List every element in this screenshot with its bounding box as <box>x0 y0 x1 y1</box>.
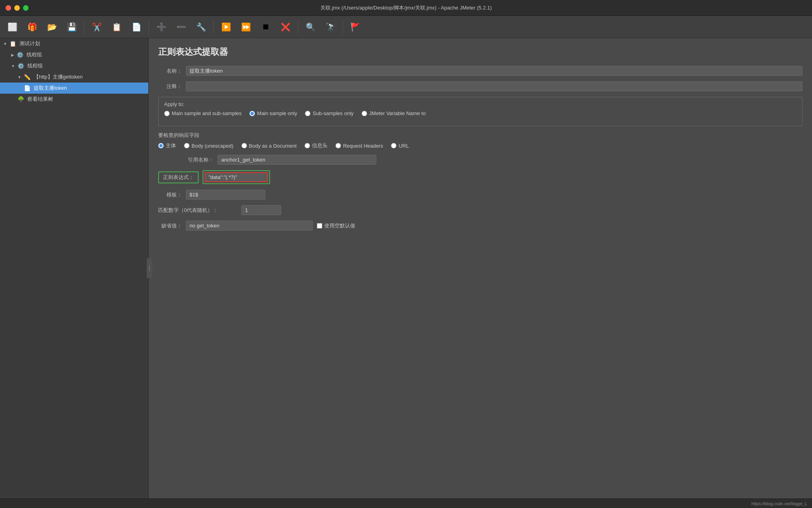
search-button[interactable]: 🔭 <box>321 19 339 35</box>
sidebar-item-http-request[interactable]: ▼ ✏️ 【http】主播gettoken <box>0 71 148 83</box>
sidebar-item-thread-group-2[interactable]: ▼ ⚙️ 线程组 <box>0 60 148 71</box>
main-layout: ▼ 📋 测试计划 ▶ ⚙️ 线程组 ▼ ⚙️ 线程组 ▼ ✏️ 【http】主播… <box>0 38 812 498</box>
apply-to-radio-group: Main sample and sub-samples Main sample … <box>164 110 797 116</box>
radio-main-only[interactable]: Main sample only <box>249 110 297 116</box>
response-radio-group: 主体 Body (unescaped) Body as a Document 信… <box>158 142 802 149</box>
ref-name-input[interactable] <box>218 155 376 165</box>
radio-body-as-doc[interactable]: Body as a Document <box>241 143 297 149</box>
radio-label-jmeter-var: JMeter Variable Name to <box>369 110 426 116</box>
name-label: 名称： <box>158 67 182 75</box>
sidebar-item-label: 测试计划 <box>19 40 40 47</box>
stop-button[interactable]: ⏹ <box>257 19 275 35</box>
clear-button[interactable]: 🔍 <box>301 19 320 35</box>
radio-input-body-unescaped[interactable] <box>184 143 190 148</box>
open-button[interactable]: 📂 <box>43 19 61 35</box>
start-no-pauses-button[interactable]: ⏩ <box>237 19 255 35</box>
statusbar: https://blog.csdn.net/bigge_L <box>0 498 812 508</box>
radio-input-jmeter-var[interactable] <box>362 111 367 116</box>
ref-name-row: 引用名称： <box>158 155 802 165</box>
name-row: 名称： <box>158 66 802 76</box>
sidebar: ▼ 📋 测试计划 ▶ ⚙️ 线程组 ▼ ⚙️ 线程组 ▼ ✏️ 【http】主播… <box>0 38 149 498</box>
toolbar-separator-1 <box>84 20 84 34</box>
apply-to-section: Apply to: Main sample and sub-samples Ma… <box>158 97 802 126</box>
default-row: 缺省值： 使用空默认值 <box>158 221 802 231</box>
sidebar-item-test-plan[interactable]: ▼ 📋 测试计划 <box>0 38 148 49</box>
use-empty-checkbox-input[interactable] <box>317 223 322 229</box>
paste-button[interactable]: 📄 <box>127 19 146 35</box>
remove-button[interactable]: ➖ <box>172 19 190 35</box>
radio-label-main-only: Main sample only <box>257 110 297 116</box>
response-field-label: 要检查的响应字段 <box>158 132 802 139</box>
radio-label-body-unescaped: Body (unescaped) <box>192 143 234 149</box>
radio-label-sub-only: Sub-samples only <box>312 110 353 116</box>
regex-value[interactable]: "data":"(.*?)" <box>205 172 268 182</box>
result-tree-icon: 🌳 <box>17 96 24 102</box>
save-button[interactable]: 💾 <box>63 19 81 35</box>
radio-input-main-only[interactable] <box>249 111 255 116</box>
close-button[interactable] <box>6 5 11 11</box>
ref-name-label: 引用名称： <box>158 156 214 164</box>
toolbar-separator-4 <box>298 20 298 34</box>
regex-input-container: "data":"(.*?)" <box>203 170 270 184</box>
comment-label: 注释： <box>158 83 182 90</box>
radio-label-info: 信息头 <box>312 142 327 149</box>
toggle-button[interactable]: 🔧 <box>192 19 210 35</box>
radio-input-request-headers[interactable] <box>335 143 341 148</box>
cut-button[interactable]: ✂️ <box>88 19 106 35</box>
comment-row: 注释： <box>158 81 802 91</box>
titlebar: 关联.jmx (/Users/apple/Desktop/脚本/jmx/关联.j… <box>0 0 812 16</box>
radio-input-body[interactable] <box>158 143 164 148</box>
radio-input-info[interactable] <box>304 143 310 148</box>
new-button[interactable]: ⬜ <box>3 19 21 35</box>
radio-input-body-as-doc[interactable] <box>241 143 247 148</box>
comment-input[interactable] <box>186 81 802 91</box>
radio-jmeter-var[interactable]: JMeter Variable Name to <box>362 110 426 116</box>
radio-url[interactable]: URL <box>391 143 409 149</box>
copy-button[interactable]: 📋 <box>107 19 126 35</box>
sidebar-item-label: 【http】主播gettoken <box>34 73 83 81</box>
expand-arrow: ▼ <box>17 75 21 79</box>
radio-main-sub[interactable]: Main sample and sub-samples <box>164 110 241 116</box>
default-label: 缺省值： <box>158 222 182 229</box>
sidebar-item-label: 察看结果树 <box>27 96 53 103</box>
shutdown-button[interactable]: ❌ <box>276 19 295 35</box>
window-controls <box>6 5 29 11</box>
template-button[interactable]: 🎁 <box>23 19 41 35</box>
statusbar-url: https://blog.csdn.net/bigge_L <box>751 501 807 506</box>
radio-label-url: URL <box>398 143 409 149</box>
sidebar-item-label: 线程组 <box>27 51 42 58</box>
default-input[interactable] <box>186 221 313 231</box>
expand-arrow: ▶ <box>11 53 14 57</box>
radio-label-main-sub: Main sample and sub-samples <box>172 110 241 116</box>
apply-to-label: Apply to: <box>164 101 797 107</box>
sidebar-item-regex-extractor[interactable]: 📄 提取主播token <box>0 83 148 94</box>
radio-info[interactable]: 信息头 <box>304 142 327 149</box>
help-button[interactable]: 🚩 <box>346 19 364 35</box>
radio-input-main-sub[interactable] <box>164 111 170 116</box>
expand-arrow: ▼ <box>3 42 7 46</box>
use-empty-checkbox[interactable]: 使用空默认值 <box>317 222 355 229</box>
match-no-input[interactable] <box>241 205 281 215</box>
template-input[interactable] <box>186 190 265 200</box>
sidebar-item-result-tree[interactable]: 🌳 察看结果树 <box>0 94 148 105</box>
radio-sub-only[interactable]: Sub-samples only <box>305 110 353 116</box>
name-input[interactable] <box>186 66 802 76</box>
start-button[interactable]: ▶️ <box>217 19 235 35</box>
collapse-handle[interactable]: ⋮ <box>147 258 152 278</box>
toolbar-separator-3 <box>213 20 214 34</box>
radio-request-headers[interactable]: Request Headers <box>335 143 383 149</box>
radio-input-url[interactable] <box>391 143 396 148</box>
minimize-button[interactable] <box>14 5 20 11</box>
toolbar: ⬜ 🎁 📂 💾 ✂️ 📋 📄 ➕ ➖ 🔧 ▶️ ⏩ ⏹ ❌ 🔍 🔭 🚩 <box>0 16 812 38</box>
add-button[interactable]: ➕ <box>152 19 170 35</box>
template-row: 模板： <box>158 190 802 200</box>
match-no-label: 匹配数字（0代表随机）： <box>158 207 237 214</box>
radio-body-unescaped[interactable]: Body (unescaped) <box>184 143 234 149</box>
page-title: 正则表达式提取器 <box>158 46 802 58</box>
sidebar-item-thread-group-1[interactable]: ▶ ⚙️ 线程组 <box>0 49 148 60</box>
maximize-button[interactable] <box>23 5 29 11</box>
radio-body[interactable]: 主体 <box>158 142 176 149</box>
radio-label-body: 主体 <box>166 142 176 149</box>
radio-input-sub-only[interactable] <box>305 111 310 116</box>
thread-group-icon: ⚙️ <box>17 63 24 69</box>
